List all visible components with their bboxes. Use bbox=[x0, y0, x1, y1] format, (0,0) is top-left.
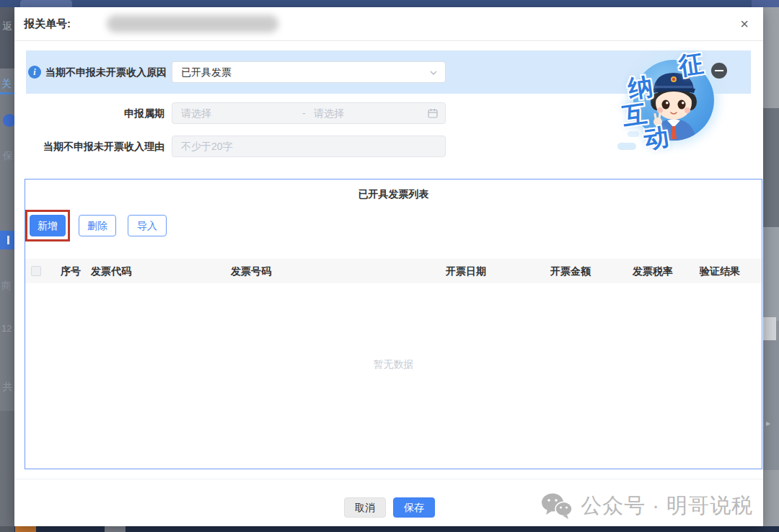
invoice-panel-title: 已开具发票列表 bbox=[25, 188, 762, 201]
background-arrow-fragment: ▸ bbox=[766, 418, 770, 428]
background-bottom-gray-segment bbox=[105, 526, 126, 532]
mascot-char: 征 bbox=[677, 47, 705, 83]
issued-invoice-panel: 已开具发票列表 新增 删除 导入 序号 发票代码 发票号码 开票日期 开票金额 … bbox=[25, 179, 762, 469]
period-range-field[interactable]: 请选择 - 请选择 bbox=[172, 102, 446, 124]
background-fragment: 共 bbox=[3, 381, 13, 394]
period-end-placeholder: 请选择 bbox=[314, 103, 344, 123]
background-tab-underline bbox=[0, 92, 14, 94]
horizontal-scrollbar-thumb[interactable] bbox=[15, 526, 36, 532]
tax-interaction-mascot[interactable]: 征 纳 互 动 bbox=[612, 50, 734, 151]
column-header-tax-rate: 发票税率 bbox=[633, 259, 673, 283]
background-right-patch bbox=[763, 227, 779, 321]
background-right-patch bbox=[763, 7, 779, 108]
background-button-glyph bbox=[7, 236, 9, 244]
empty-state-text: 暂无数据 bbox=[25, 358, 762, 371]
background-bottom-bar bbox=[0, 526, 779, 532]
column-header-invoice-number: 发票号码 bbox=[231, 259, 271, 283]
column-header-verify-result: 验证结果 bbox=[700, 259, 740, 283]
background-right-edge: ▸ bbox=[763, 7, 779, 526]
watermark: 公众号 · 明哥说税 bbox=[540, 487, 753, 525]
reason-select-label: 当期不申报未开票收入原因 bbox=[45, 50, 167, 94]
footer-divider bbox=[14, 479, 763, 479]
reason-text-field[interactable]: 不少于20字 bbox=[172, 136, 446, 157]
background-left-dark-patch bbox=[0, 7, 14, 68]
background-left-bottom-patch bbox=[0, 411, 14, 526]
calendar-icon bbox=[428, 108, 438, 118]
modal-header: 报关单号: × bbox=[14, 7, 763, 41]
background-top-right-block bbox=[752, 0, 779, 7]
import-button[interactable]: 导入 bbox=[128, 215, 167, 236]
chevron-down-icon bbox=[429, 68, 438, 77]
background-blue-button-fragment bbox=[0, 231, 14, 249]
background-right-lightbox bbox=[763, 317, 776, 340]
background-top-tab bbox=[20, 0, 72, 7]
background-fragment: 保 bbox=[3, 150, 13, 163]
reason-select[interactable]: 已开具发票 bbox=[172, 61, 446, 83]
column-header-invoice-amount: 开票金额 bbox=[550, 259, 591, 283]
cancel-button[interactable]: 取消 bbox=[344, 497, 386, 518]
save-button[interactable]: 保存 bbox=[393, 497, 435, 518]
wechat-icon bbox=[540, 492, 573, 520]
period-separator: - bbox=[302, 103, 306, 123]
background-fragment: 商 bbox=[1, 280, 12, 293]
reason-select-value: 已开具发票 bbox=[181, 62, 232, 82]
column-header-invoice-date: 开票日期 bbox=[446, 259, 486, 283]
mascot-char: 动 bbox=[642, 120, 671, 156]
info-icon: i bbox=[28, 66, 41, 79]
reason-text-label: 当期不申报未开票收入理由 bbox=[14, 136, 164, 157]
column-header-seq: 序号 bbox=[61, 259, 81, 283]
background-left-edge: 返 关 保 商 12 共 bbox=[0, 7, 14, 526]
watermark-text: 公众号 · 明哥说税 bbox=[581, 492, 753, 520]
add-button[interactable]: 新增 bbox=[30, 215, 66, 236]
customs-declaration-modal: 报关单号: × i 当期不申报未开票收入原因 已开具发票 bbox=[14, 7, 763, 526]
background-blue-icon bbox=[3, 114, 14, 127]
collapse-mascot-button[interactable] bbox=[711, 63, 727, 79]
delete-button[interactable]: 删除 bbox=[79, 215, 116, 236]
background-bottom-leftcap bbox=[0, 526, 14, 532]
modal-title: 报关单号: bbox=[24, 17, 71, 31]
background-fragment: 返 bbox=[2, 20, 12, 33]
close-icon[interactable]: × bbox=[736, 15, 753, 32]
background-fragment: 12 bbox=[1, 323, 12, 334]
invoice-table-header: 序号 发票代码 发票号码 开票日期 开票金额 发票税率 验证结果 bbox=[25, 259, 762, 283]
background-top-bar bbox=[0, 0, 779, 7]
background-fragment: 关 bbox=[1, 78, 12, 91]
column-header-invoice-code: 发票代码 bbox=[91, 259, 131, 283]
minus-icon bbox=[715, 70, 723, 71]
background-right-patch bbox=[763, 340, 779, 470]
select-all-checkbox[interactable] bbox=[31, 266, 41, 276]
period-label: 申报属期 bbox=[14, 102, 164, 124]
redacted-declaration-number bbox=[107, 15, 278, 32]
reason-text-placeholder: 不少于20字 bbox=[181, 136, 233, 156]
mascot-trail bbox=[617, 143, 636, 150]
period-start-placeholder: 请选择 bbox=[181, 103, 211, 123]
background-right-patch bbox=[763, 108, 779, 227]
background-right-patch bbox=[763, 470, 779, 526]
